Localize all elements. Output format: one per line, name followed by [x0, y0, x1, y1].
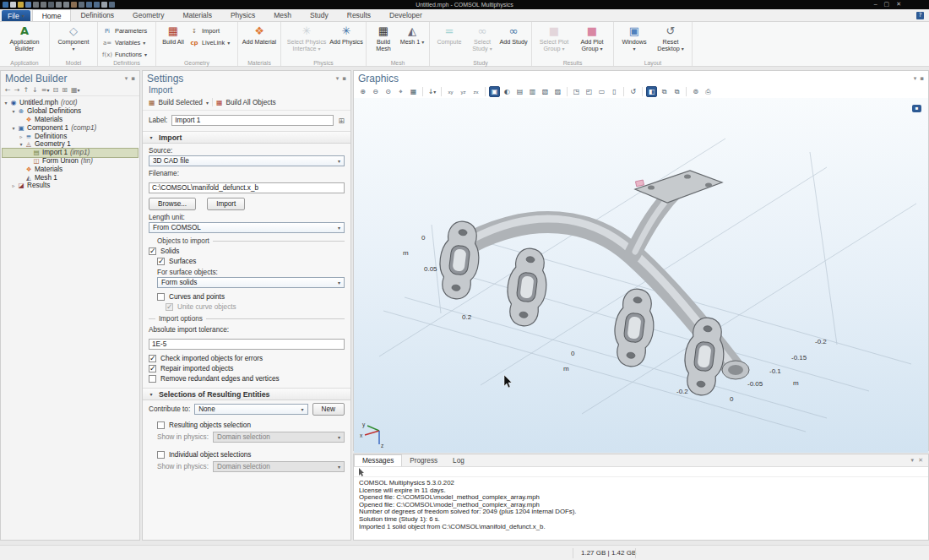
tab-mesh[interactable]: Mesh: [264, 9, 301, 21]
expand-all-icon[interactable]: ⊞: [62, 86, 68, 94]
tab-geometry[interactable]: Geometry: [123, 9, 173, 21]
functions-button[interactable]: f(x) Functions▾: [101, 49, 153, 60]
zoom-out-icon[interactable]: ⊖: [370, 86, 381, 97]
tab-materials[interactable]: Materials: [173, 9, 220, 21]
abs-tolerance-input[interactable]: [149, 339, 345, 350]
scene-light-icon[interactable]: ▣: [489, 86, 500, 97]
deselect-all-icon[interactable]: ▯: [609, 86, 620, 97]
expander-icon[interactable]: ▾: [10, 108, 17, 114]
tree-item-geometry-1[interactable]: ▾ ◬ Geometry 1: [3, 140, 138, 149]
copy-plot-icon[interactable]: ⧉: [659, 86, 670, 97]
add-study-button[interactable]: ∞ Add Study: [498, 24, 529, 46]
add-physics-button[interactable]: ✳ Add Physics: [329, 24, 363, 46]
tab-messages[interactable]: Messages: [354, 454, 402, 466]
livelink-button[interactable]: cp LiveLink▾: [187, 37, 235, 48]
expander-icon[interactable]: ▹: [10, 182, 17, 188]
component-button[interactable]: ◇ Component▾: [52, 24, 95, 53]
wireframe-rendering-icon[interactable]: ▤: [514, 86, 525, 97]
panel-menu-icon[interactable]: ▾: [914, 75, 917, 82]
remove-redundant-checkbox[interactable]: [149, 375, 156, 383]
build-all-objects-button[interactable]: Build All Objects: [225, 99, 275, 106]
resulting-selection-checkbox-row[interactable]: Resulting objects selection: [157, 421, 345, 429]
remove-redundant-checkbox-row[interactable]: Remove redundant edges and vertices: [149, 375, 345, 383]
tab-physics[interactable]: Physics: [221, 9, 264, 21]
hide-entities-icon[interactable]: ▥: [527, 86, 538, 97]
tab-developer[interactable]: Developer: [380, 9, 432, 21]
viewport-context-icon[interactable]: ■: [912, 105, 921, 112]
curves-points-checkbox[interactable]: [157, 293, 165, 301]
check-errors-checkbox-row[interactable]: Check imported objects for errors: [149, 355, 345, 362]
zoom-box-icon[interactable]: ▦: [408, 86, 419, 97]
browse-button[interactable]: Browse...: [149, 198, 196, 210]
panel-menu-icon[interactable]: ▾: [911, 457, 915, 464]
tree-item-definitions[interactable]: ▹ ≡ Definitions: [3, 132, 138, 140]
panel-menu-icon[interactable]: ▾: [336, 75, 340, 82]
repair-checkbox-row[interactable]: Repair imported objects: [149, 365, 345, 372]
view-yz-icon[interactable]: yz: [458, 86, 469, 97]
section-selections[interactable]: ▾Selections of Resulting Entities: [143, 388, 350, 400]
check-errors-checkbox[interactable]: [149, 355, 156, 362]
tree-item-materials-component[interactable]: ❖ Materials: [3, 165, 138, 173]
collapse-all-icon[interactable]: ⊟: [53, 86, 59, 94]
individual-selections-checkbox[interactable]: [157, 451, 165, 459]
selection-colors-icon[interactable]: ◧: [646, 86, 657, 97]
expander-icon[interactable]: ▾: [10, 125, 17, 131]
tree-item-import-1[interactable]: ▤ Import 1(imp1): [3, 149, 138, 157]
go-to-default-view-icon[interactable]: ↓▾: [426, 86, 437, 97]
tab-definitions[interactable]: Definitions: [71, 9, 123, 21]
tree-item-component-1[interactable]: ▾ ▣ Component 1(comp1): [3, 123, 138, 132]
select-box-icon[interactable]: ▨: [552, 86, 563, 97]
select-all-icon[interactable]: ▭: [596, 86, 607, 97]
variables-button[interactable]: a= Variables▾: [101, 37, 153, 48]
solids-checkbox[interactable]: [149, 247, 156, 255]
individual-selections-checkbox-row[interactable]: Individual object selections: [157, 451, 345, 459]
resulting-selection-checkbox[interactable]: [157, 421, 165, 429]
windows-button[interactable]: ▣ Windows▾: [617, 24, 652, 53]
pin-icon[interactable]: ▪: [131, 75, 135, 82]
import-action-button[interactable]: Import: [207, 198, 245, 210]
new-button[interactable]: New: [312, 403, 345, 416]
add-plot-group-button[interactable]: ■ Add Plot Group ▾: [573, 24, 611, 53]
build-selected-button[interactable]: Build Selected: [159, 99, 203, 106]
expander-icon[interactable]: ▾: [18, 141, 24, 147]
curves-points-checkbox-row[interactable]: Curves and points: [157, 293, 345, 301]
file-menu-button[interactable]: File▾: [2, 10, 30, 21]
tree-item-materials-global[interactable]: ❖ Materials: [3, 116, 138, 124]
for-surface-objects-select[interactable]: Form solids▾: [157, 277, 345, 288]
duplicate-plot-icon[interactable]: ⧉: [671, 86, 682, 97]
length-unit-select[interactable]: From COMSOL▾: [149, 222, 345, 233]
label-options-icon[interactable]: ⊞: [338, 117, 345, 125]
label-input[interactable]: [171, 115, 334, 126]
back-icon[interactable]: ←: [5, 86, 11, 94]
application-builder-button[interactable]: A Application Builder: [3, 24, 46, 53]
print-icon[interactable]: ⎙: [703, 86, 714, 97]
panel-menu-icon[interactable]: ▾: [125, 75, 128, 82]
zoom-extents-icon[interactable]: ⌖: [395, 86, 406, 97]
import-button-ribbon[interactable]: ↧ Import: [187, 25, 235, 36]
mesh-1-button[interactable]: ◭ Mesh 1 ▾: [398, 24, 426, 46]
expander-icon[interactable]: ▹: [18, 133, 24, 139]
reset-desktop-button[interactable]: ↺ Reset Desktop ▾: [652, 24, 689, 53]
surfaces-checkbox-row[interactable]: Surfaces: [157, 258, 345, 265]
solids-checkbox-row[interactable]: Solids: [149, 247, 345, 255]
parameters-button[interactable]: Pi Parameters: [101, 25, 153, 36]
zoom-to-selection-icon[interactable]: ⊙: [383, 86, 394, 97]
zoom-in-icon[interactable]: ⊕: [357, 86, 368, 97]
close-icon[interactable]: ✕: [918, 457, 923, 464]
expander-icon[interactable]: ▾: [3, 100, 9, 106]
show-filter-icon[interactable]: ≡▾: [41, 86, 50, 94]
node-options-icon[interactable]: ▦▾: [71, 86, 80, 94]
pin-icon[interactable]: ▪: [342, 75, 346, 82]
camera-snapshot-icon[interactable]: ⊚: [690, 86, 701, 97]
tab-results[interactable]: Results: [338, 9, 380, 21]
image-snapshot-icon[interactable]: ◳: [571, 86, 582, 97]
show-hidden-icon[interactable]: ▧: [540, 86, 551, 97]
source-select[interactable]: 3D CAD file▾: [149, 155, 345, 166]
pin-icon[interactable]: ▪: [920, 75, 924, 82]
tree-item-results[interactable]: ▹ ◪ Results: [3, 182, 138, 190]
forward-icon[interactable]: →: [14, 86, 20, 94]
contribute-to-select[interactable]: None▾: [194, 404, 307, 415]
repair-checkbox[interactable]: [149, 365, 156, 372]
tab-progress[interactable]: Progress: [402, 454, 445, 466]
tree-item-global-definitions[interactable]: ▾ ⊕ Global Definitions: [3, 107, 138, 116]
